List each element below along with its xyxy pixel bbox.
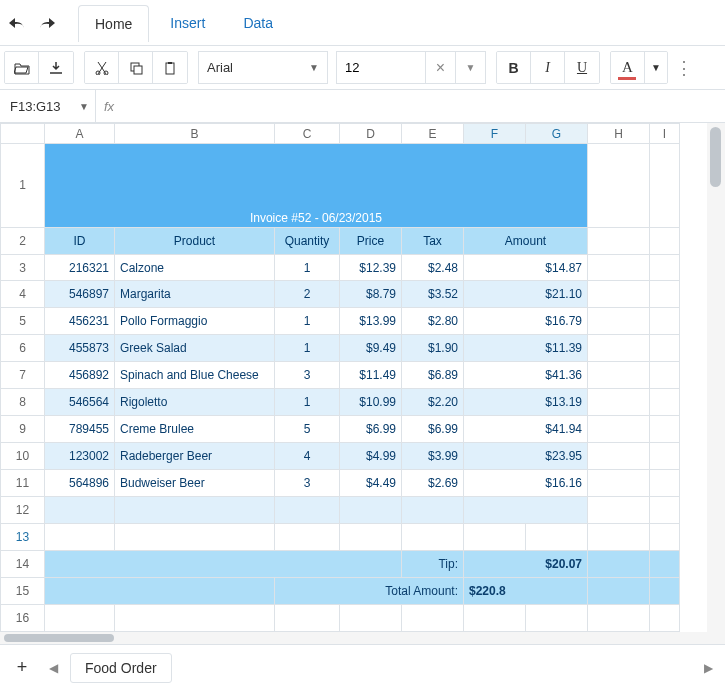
cell[interactable] [464,604,526,631]
col-header-B[interactable]: B [115,124,275,144]
cell[interactable] [588,470,650,497]
open-button[interactable] [5,51,39,84]
cell[interactable]: 216321 [45,254,115,281]
underline-button[interactable]: U [565,51,599,84]
sheet-nav-next[interactable]: ▶ [699,654,717,682]
add-sheet-button[interactable]: + [8,654,36,682]
paste-button[interactable] [153,51,187,84]
cell[interactable] [650,308,680,335]
cell[interactable] [650,443,680,470]
cell[interactable] [402,604,464,631]
total-value[interactable]: $220.8 [464,577,588,604]
cell[interactable] [588,362,650,389]
cell[interactable]: 5 [275,416,340,443]
cell[interactable] [45,551,402,578]
cell[interactable] [588,577,650,604]
cell-reference[interactable]: F13:G13 ▼ [0,90,96,123]
cell[interactable] [650,144,680,228]
cell[interactable]: Spinach and Blue Cheese [115,362,275,389]
cell[interactable]: $6.99 [340,416,402,443]
cell[interactable] [45,604,115,631]
cell[interactable] [650,551,680,578]
cell[interactable]: Tax [402,227,464,254]
cell[interactable] [650,362,680,389]
export-button[interactable] [39,51,73,84]
cell[interactable]: $2.20 [402,389,464,416]
row-header-4[interactable]: 4 [1,281,45,308]
font-size-input[interactable] [337,52,425,83]
cell[interactable] [45,497,115,524]
row-header-1[interactable]: 1 [1,144,45,228]
cell[interactable] [526,604,588,631]
font-size-clear[interactable]: × [425,52,455,83]
cell[interactable] [588,308,650,335]
cell[interactable]: $3.99 [402,443,464,470]
cell[interactable] [588,227,650,254]
col-header-C[interactable]: C [275,124,340,144]
cell[interactable]: $23.95 [464,443,588,470]
cell[interactable] [275,497,340,524]
cell[interactable]: Radeberger Beer [115,443,275,470]
row-header-16[interactable]: 16 [1,604,45,631]
cell[interactable]: 546897 [45,281,115,308]
cell[interactable] [588,416,650,443]
tab-home[interactable]: Home [78,5,149,42]
cell[interactable]: 2 [275,281,340,308]
cell[interactable]: $2.69 [402,470,464,497]
undo-button[interactable] [8,9,36,37]
cell[interactable]: 546564 [45,389,115,416]
cell[interactable] [650,416,680,443]
invoice-title[interactable]: Invoice #52 - 06/23/2015 [45,144,588,228]
cell[interactable]: $4.49 [340,470,402,497]
cell[interactable] [275,524,340,551]
cell[interactable]: Margarita [115,281,275,308]
col-header-D[interactable]: D [340,124,402,144]
cell[interactable]: Product [115,227,275,254]
tip-label[interactable]: Tip: [402,551,464,578]
cell[interactable] [588,335,650,362]
cell[interactable] [464,524,526,551]
cell[interactable]: 3 [275,362,340,389]
row-header-5[interactable]: 5 [1,308,45,335]
cell[interactable]: $41.36 [464,362,588,389]
font-size-dropdown[interactable]: ▼ [455,52,485,83]
formula-input[interactable] [122,91,725,122]
cell[interactable]: $16.16 [464,470,588,497]
cell[interactable] [340,604,402,631]
total-label[interactable]: Total Amount: [275,577,464,604]
cell[interactable]: 1 [275,335,340,362]
redo-button[interactable] [38,9,66,37]
cell[interactable] [650,577,680,604]
col-header-A[interactable]: A [45,124,115,144]
cell[interactable]: 3 [275,470,340,497]
cell[interactable] [588,604,650,631]
row-header-10[interactable]: 10 [1,443,45,470]
cell[interactable]: $13.19 [464,389,588,416]
grid[interactable]: ABCDEFGHI1Invoice #52 - 06/23/20152IDPro… [0,123,680,632]
cell[interactable] [115,604,275,631]
cell[interactable]: $10.99 [340,389,402,416]
cell[interactable]: $2.80 [402,308,464,335]
cell[interactable]: $6.89 [402,362,464,389]
cell[interactable]: Calzone [115,254,275,281]
cell[interactable]: $8.79 [340,281,402,308]
row-header-7[interactable]: 7 [1,362,45,389]
row-header-14[interactable]: 14 [1,551,45,578]
cell[interactable]: Price [340,227,402,254]
cell[interactable] [588,551,650,578]
cell[interactable] [275,604,340,631]
sheet-nav-prev[interactable]: ◀ [44,654,62,682]
cell[interactable] [588,389,650,416]
sheet-scroll[interactable]: ABCDEFGHI1Invoice #52 - 06/23/20152IDPro… [0,123,725,632]
tab-insert[interactable]: Insert [153,4,222,41]
tip-value[interactable]: $20.07 [464,551,588,578]
cell[interactable]: Creme Brulee [115,416,275,443]
cell[interactable] [588,281,650,308]
cell[interactable]: 455873 [45,335,115,362]
cell[interactable] [650,281,680,308]
cell[interactable]: $2.48 [402,254,464,281]
cell[interactable]: Quantity [275,227,340,254]
row-header-13[interactable]: 13 [1,524,45,551]
cell[interactable]: $9.49 [340,335,402,362]
cell[interactable]: 1 [275,254,340,281]
